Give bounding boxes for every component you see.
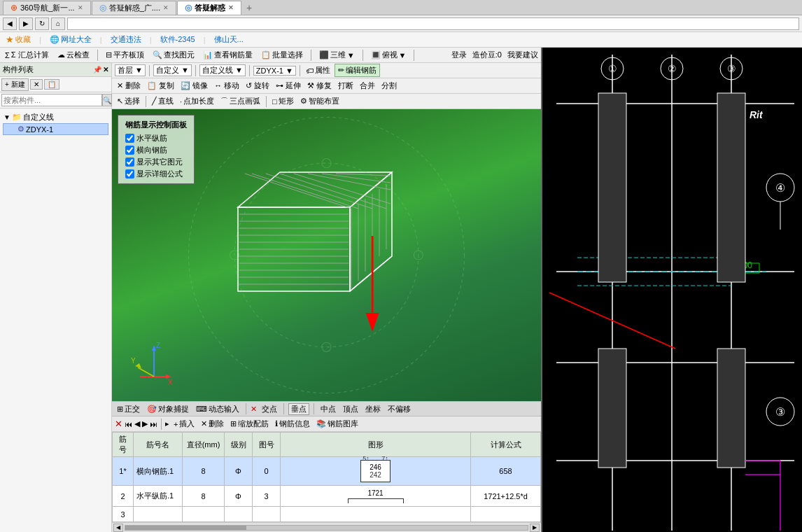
tab-close-qa1[interactable]: ✕	[163, 4, 169, 11]
cell-grade-3	[225, 507, 253, 522]
dynamic-input-btn[interactable]: ⌨ 动态输入	[194, 403, 241, 415]
component-search-btn[interactable]: 🔍	[102, 94, 112, 106]
delete-component-btn[interactable]: ✕	[30, 79, 43, 90]
refresh-btn[interactable]: ↻	[35, 18, 49, 30]
back-btn[interactable]: ◀	[3, 18, 17, 30]
select-tool[interactable]: ↖ 选择	[115, 95, 142, 107]
toolbar-modify[interactable]: ⚒ 修复	[305, 80, 334, 92]
toolbar-打断[interactable]: 打断	[336, 80, 356, 92]
edit-rebar-btn[interactable]: ✏ 编辑钢筋	[335, 64, 380, 77]
nav-first-btn[interactable]: ⏮	[125, 420, 132, 428]
cell-shape-2: 1721	[281, 486, 471, 507]
svg-rect-72	[598, 93, 626, 282]
tab-close-360[interactable]: ✕	[78, 4, 83, 11]
nav-prev-btn[interactable]: ◀	[134, 419, 140, 428]
table-row-2[interactable]: 2 水平纵筋.1 8 Φ	[113, 486, 541, 507]
pin-icon[interactable]: 📌	[93, 66, 101, 74]
checkbox-other[interactable]: 显示其它图元	[125, 157, 187, 167]
component-panel-header: 构件列表 📌 ✕	[0, 63, 111, 77]
zdyx-selector[interactable]: ZDYX-1 ▼	[253, 66, 296, 76]
svg-text:①: ①	[608, 63, 617, 74]
toolbar-cloud[interactable]: ☁ 云检查	[55, 49, 92, 61]
no-offset-btn[interactable]: 不偏移	[386, 403, 413, 415]
toolbar-3d[interactable]: ⬛ 三维 ▼	[317, 49, 357, 61]
cad-drawing-svg: ② ① ③ ④ ③ 200	[542, 48, 802, 532]
tab-close-qa2[interactable]: ✕	[228, 4, 234, 11]
toolbar-find[interactable]: 🔍 查找图元	[150, 49, 197, 61]
snap-btn[interactable]: 🎯 对象捕捉	[145, 403, 191, 415]
checkbox-horizontal[interactable]: 水平纵筋	[125, 133, 187, 144]
tab-qa2[interactable]: ◎ 答疑解惑 ✕	[177, 1, 241, 15]
bookmark-favorites[interactable]: ★ 收藏	[6, 34, 31, 45]
rebar-info-btn[interactable]: ℹ 钢筋信息	[273, 418, 312, 430]
table-row-3[interactable]: 3	[113, 507, 541, 522]
tab-360[interactable]: ⊕ 360导航_新一... ✕	[3, 1, 91, 15]
bookmark-web[interactable]: 🌐 网址大全	[50, 34, 92, 45]
new-tab-btn[interactable]: +	[242, 1, 256, 15]
nav-next-btn[interactable]: ▶	[142, 419, 148, 428]
draw-toolbar-2: ↖ 选择 ╱ 直线 · 点加长度 ⌒ 三点画弧 □ 矩形 ⚙ 智能布置	[112, 94, 541, 109]
arc-tool[interactable]: ⌒ 三点画弧	[218, 95, 262, 107]
rect-tool[interactable]: □ 矩形	[270, 95, 296, 107]
toolbar-delete[interactable]: ✕ 删除	[115, 80, 143, 92]
toolbar-rotate[interactable]: ↺ 旋转	[244, 80, 272, 92]
intersection-btn[interactable]: 交点	[260, 403, 279, 415]
coord-btn[interactable]: 坐标	[363, 403, 383, 415]
snap-toolbar: ⊞ 正交 🎯 对象捕捉 ⌨ 动态输入 ✕ 交点 垂点 中点 顶点 坐标	[112, 401, 541, 416]
property-btn[interactable]: 🏷 属性	[304, 64, 332, 76]
close-panel-icon[interactable]: ✕	[103, 66, 108, 74]
bookmark-traffic[interactable]: 交通违法	[111, 34, 141, 45]
checkbox-formula[interactable]: 显示详细公式	[125, 169, 187, 179]
snap-x[interactable]: ✕	[251, 405, 257, 414]
floor-selector[interactable]: 首层 ▼	[115, 64, 146, 76]
toolbar-batch[interactable]: 📋 批量选择	[259, 49, 305, 61]
vertex-btn[interactable]: 顶点	[341, 403, 360, 415]
midpoint-btn[interactable]: 中点	[318, 403, 338, 415]
toolbar-分割[interactable]: 分割	[379, 80, 399, 92]
orthogonal-btn[interactable]: ⊞ 正交	[115, 403, 142, 415]
close-rebar-btn[interactable]: ✕	[115, 419, 122, 429]
toolbar-summary[interactable]: Σ Σ 汇总计算	[3, 49, 51, 61]
scroll-right-btn[interactable]: ▶	[530, 524, 540, 532]
point-add-tool[interactable]: · 点加长度	[178, 95, 216, 107]
login-info[interactable]: 登录 造价豆:0 我要建议	[451, 50, 538, 60]
toolbar-mirror[interactable]: 🔄 镜像	[178, 80, 210, 92]
nav-last-btn[interactable]: ⏭	[150, 420, 157, 428]
custom-selector[interactable]: 自定义 ▼	[153, 64, 192, 76]
home-btn[interactable]: ⌂	[51, 18, 65, 30]
rebar-library-btn[interactable]: 📚 钢筋图库	[314, 418, 360, 430]
table-row-1[interactable]: 1* 横向钢筋.1 8 Φ	[113, 457, 541, 486]
toolbar-rebar-count[interactable]: 📊 查看钢筋量	[201, 49, 255, 61]
tree-child-item[interactable]: ⚙ ZDYX-1	[3, 123, 108, 135]
bookmark-software[interactable]: 软件-2345	[160, 34, 195, 45]
component-search-input[interactable]	[1, 94, 102, 106]
toolbar-top-view[interactable]: 🔳 俯视 ▼	[369, 49, 409, 61]
new-component-btn[interactable]: + 新建	[1, 78, 29, 91]
viewport-3d[interactable]: 钢筋显示控制面板 水平纵筋 横向钢筋 显示其它图元 显	[112, 109, 541, 401]
toolbar-move[interactable]: ↔ 移动	[212, 80, 241, 92]
checkbox-transverse[interactable]: 横向钢筋	[125, 145, 187, 155]
bookmark-sep-1: |	[39, 36, 41, 44]
tree-root-item[interactable]: ▼ 📁 自定义线	[3, 111, 108, 123]
scroll-left-btn[interactable]: ◀	[113, 524, 123, 532]
copy-component-btn[interactable]: 📋	[44, 79, 59, 90]
delete-rebar-btn[interactable]: ✕ 删除	[199, 418, 226, 430]
forward-btn[interactable]: ▶	[19, 18, 33, 30]
address-bar[interactable]	[67, 18, 799, 30]
smart-layout-tool[interactable]: ⚙ 智能布置	[298, 95, 342, 107]
toolbar-合并[interactable]: 合并	[358, 80, 377, 92]
toolbar-extend[interactable]: ⊶ 延伸	[274, 80, 303, 92]
scale-rebar-btn[interactable]: ⊞ 缩放配筋	[228, 418, 271, 430]
insert-rebar-btn[interactable]: + 插入	[171, 418, 197, 430]
svg-text:③: ③	[775, 406, 785, 418]
line-tool[interactable]: ╱ 直线	[150, 95, 176, 107]
component-list-panel: 构件列表 📌 ✕ + 新建 ✕ 📋	[0, 63, 112, 532]
toolbar-align[interactable]: ⊟ 平齐板顶	[104, 49, 146, 61]
custom-line-selector[interactable]: 自定义线 ▼	[199, 64, 246, 76]
toolbar-copy2[interactable]: 📋 复制	[145, 80, 176, 92]
bookmark-foshan[interactable]: 佛山天...	[214, 34, 244, 45]
table-scrollbar[interactable]: ◀ ▶	[112, 522, 541, 532]
tab-qa1[interactable]: ◎ 答疑解惑_广.... ✕	[92, 1, 176, 15]
folder-icon: 📁	[12, 113, 22, 122]
vertical-btn[interactable]: 垂点	[288, 403, 309, 415]
